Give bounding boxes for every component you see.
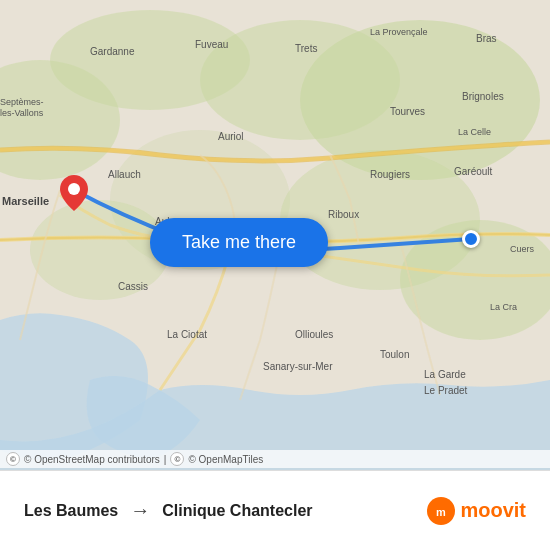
svg-text:La Ciotat: La Ciotat [167,329,207,340]
map-container: Gardanne Fuveau Trets La Provençale Bras… [0,0,550,470]
svg-text:Fuveau: Fuveau [195,39,228,50]
svg-text:m: m [437,506,447,518]
svg-text:Bras: Bras [476,33,497,44]
svg-text:Gardanne: Gardanne [90,46,135,57]
svg-text:Ollioules: Ollioules [295,329,333,340]
svg-text:Tourves: Tourves [390,106,425,117]
svg-text:Trets: Trets [295,43,317,54]
openmaptiles-icon: © [170,452,184,466]
svg-text:Auriol: Auriol [218,131,244,142]
svg-text:Brignoles: Brignoles [462,91,504,102]
footer-to: Clinique Chantecler [162,502,312,520]
svg-text:les-Vallons: les-Vallons [0,108,44,118]
svg-text:La Celle: La Celle [458,127,491,137]
attribution-tiles-text: © OpenMapTiles [188,454,263,465]
svg-text:Le Pradet: Le Pradet [424,385,468,396]
attribution-bar: © © OpenStreetMap contributors | © © Ope… [0,450,550,468]
footer-main: Les Baumes → Clinique Chantecler m moovi… [16,496,534,526]
svg-point-35 [68,183,80,195]
attribution-separator: | [164,454,167,465]
svg-text:Toulon: Toulon [380,349,409,360]
svg-text:La Cra: La Cra [490,302,517,312]
svg-text:Marseille: Marseille [2,195,49,207]
svg-text:Sanary-sur-Mer: Sanary-sur-Mer [263,361,333,372]
moovit-logo: m moovit [426,496,526,526]
footer-from: Les Baumes [24,502,118,520]
moovit-logo-icon: m [426,496,456,526]
origin-marker [60,175,88,215]
destination-marker [462,230,480,248]
svg-text:Cuers: Cuers [510,244,535,254]
svg-text:La Garde: La Garde [424,369,466,380]
svg-text:Riboux: Riboux [328,209,359,220]
footer-arrow: → [130,499,150,522]
svg-text:La Provençale: La Provençale [370,27,428,37]
svg-text:Rougiers: Rougiers [370,169,410,180]
take-me-there-button[interactable]: Take me there [150,218,328,267]
svg-text:Septèmes-: Septèmes- [0,97,44,107]
attribution-osm-text: © OpenStreetMap contributors [24,454,160,465]
footer: Les Baumes → Clinique Chantecler m moovi… [0,470,550,550]
svg-point-8 [30,200,170,300]
svg-text:Cassis: Cassis [118,281,148,292]
svg-text:Garéoult: Garéoult [454,166,493,177]
svg-text:Allauch: Allauch [108,169,141,180]
osm-icon: © [6,452,20,466]
moovit-logo-text: moovit [460,499,526,522]
